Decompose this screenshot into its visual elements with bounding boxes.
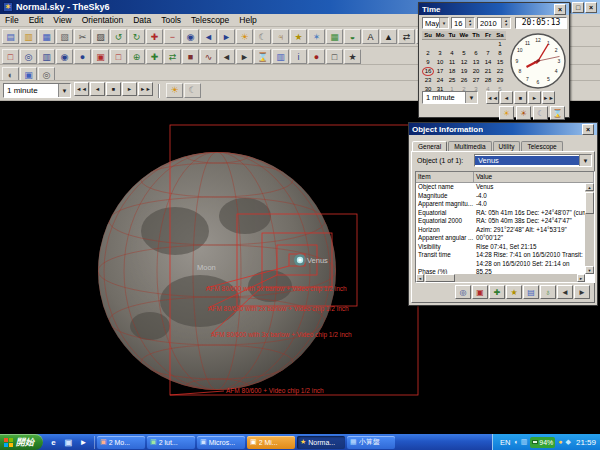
- taskbar-task[interactable]: ▣2 lut...: [147, 436, 195, 449]
- sunrise-icon[interactable]: ☀: [499, 106, 514, 120]
- full-screen-icon[interactable]: □: [326, 49, 343, 64]
- table-row[interactable]: Equatorial 2000RA: 05h 40m 38s Dec: +24°…: [416, 217, 585, 226]
- multimedia-icon[interactable]: ▤: [523, 285, 539, 299]
- jump-forward-button[interactable]: ►►: [542, 91, 555, 104]
- table-row[interactable]: VisibilityRise 07:41, Set 21:15: [416, 243, 585, 252]
- calendar-day[interactable]: [458, 40, 470, 49]
- slew-to-object-icon[interactable]: ✚: [489, 285, 505, 299]
- calendar-day[interactable]: 19: [458, 67, 470, 76]
- scroll-right-icon[interactable]: ►: [577, 274, 585, 282]
- link-telescope-icon[interactable]: ⊕: [128, 49, 145, 64]
- star-chart-icon[interactable]: ★: [290, 29, 307, 44]
- taskbar-task[interactable]: ▣2 Mi...: [247, 436, 295, 449]
- menu-help[interactable]: Help: [234, 15, 261, 25]
- taskbar-task[interactable]: ★Norma...: [297, 436, 345, 449]
- calendar-day[interactable]: [434, 40, 446, 49]
- calendar-day[interactable]: 21: [482, 67, 494, 76]
- add-observing-list-icon[interactable]: ★: [506, 285, 522, 299]
- calendar-day[interactable]: 13: [470, 58, 482, 67]
- previous-view-icon[interactable]: ◄: [200, 29, 217, 44]
- table-row[interactable]: Object nameVenus: [416, 183, 585, 192]
- labels-icon[interactable]: A: [362, 29, 379, 44]
- calendar-day[interactable]: 11: [446, 58, 458, 67]
- zoom-box-icon[interactable]: □: [2, 49, 19, 64]
- venus-label[interactable]: Venus: [307, 256, 328, 265]
- table-row[interactable]: Magnitude-4.0: [416, 192, 585, 201]
- calendar-day[interactable]: 26: [458, 76, 470, 85]
- zoom-in-icon[interactable]: ✚: [146, 29, 163, 44]
- moon-label[interactable]: Moon: [197, 263, 216, 272]
- night-vision-icon[interactable]: ●: [308, 49, 325, 64]
- vertical-scrollbar[interactable]: ▲ ▼: [585, 183, 594, 274]
- finder-view-icon[interactable]: ◉: [56, 49, 73, 64]
- scrollbar-thumb[interactable]: [585, 192, 594, 214]
- horizon-icon[interactable]: ◒: [344, 29, 361, 44]
- next-view-icon[interactable]: ►: [218, 29, 235, 44]
- scroll-up-icon[interactable]: ▲: [585, 183, 594, 191]
- object-info-titlebar[interactable]: Object Information ×: [409, 123, 597, 135]
- sunset-icon[interactable]: ☀: [516, 106, 531, 120]
- venus-marker[interactable]: [294, 254, 306, 266]
- calendar-day[interactable]: 6: [470, 49, 482, 58]
- media-player-icon[interactable]: ►: [77, 436, 90, 449]
- taskbar-task[interactable]: ▣Micros...: [197, 436, 245, 449]
- menu-orientation[interactable]: Orientation: [77, 15, 129, 25]
- park-telescope-icon[interactable]: ■: [182, 49, 199, 64]
- comet-icon[interactable]: ✶: [308, 29, 325, 44]
- tab-telescope[interactable]: Telescope: [521, 141, 562, 151]
- calendar-day[interactable]: [446, 40, 458, 49]
- close-button[interactable]: ×: [585, 2, 597, 13]
- copy-icon[interactable]: ▨: [92, 29, 109, 44]
- calendar-day[interactable]: [482, 40, 494, 49]
- step-back-button[interactable]: ◄: [90, 82, 105, 96]
- spinner-arrows-icon[interactable]: ▴▾: [465, 18, 474, 28]
- sun-icon[interactable]: ☀: [236, 29, 253, 44]
- moonrise-icon[interactable]: ☾: [533, 106, 548, 120]
- step-forward-button[interactable]: ►: [122, 82, 137, 96]
- options-icon[interactable]: ★: [344, 49, 361, 64]
- jump-forward-button[interactable]: ►►: [138, 82, 153, 96]
- chevron-down-icon[interactable]: ▾: [439, 18, 448, 28]
- stop-time-button[interactable]: ■: [514, 91, 527, 104]
- open-folder-icon[interactable]: ▥: [20, 29, 37, 44]
- column-value[interactable]: Value: [474, 172, 594, 182]
- ime-icon[interactable]: ◆: [566, 438, 571, 446]
- menu-edit[interactable]: Edit: [24, 15, 49, 25]
- hourglass-icon[interactable]: ⌛: [550, 106, 565, 120]
- frame-object-icon[interactable]: ▣: [472, 285, 488, 299]
- time-interval-select[interactable]: 1 minute ▼: [3, 83, 71, 98]
- language-indicator[interactable]: EN: [500, 438, 510, 447]
- undo-icon[interactable]: ↺: [110, 29, 127, 44]
- image-link-icon[interactable]: ▣: [20, 67, 37, 81]
- antivirus-icon[interactable]: ●: [558, 438, 562, 446]
- spinner-arrows-icon[interactable]: ▴▾: [501, 18, 510, 28]
- stop-time-button[interactable]: ■: [106, 82, 121, 96]
- sun-icon[interactable]: ☀: [166, 83, 183, 98]
- jump-back-button[interactable]: ◄◄: [486, 91, 499, 104]
- column-item[interactable]: Item: [416, 172, 474, 182]
- web-info-icon[interactable]: ♁: [540, 285, 556, 299]
- naked-eye-view-icon[interactable]: ◎: [20, 49, 37, 64]
- moon-icon[interactable]: ☾: [254, 29, 271, 44]
- previous-object-icon[interactable]: ◄: [557, 285, 573, 299]
- menu-data[interactable]: Data: [128, 15, 156, 25]
- step-forward-button[interactable]: ►: [528, 91, 541, 104]
- year-spinner[interactable]: 2010 ▴▾: [477, 17, 511, 29]
- menu-tools[interactable]: Tools: [156, 15, 186, 25]
- step-back-button[interactable]: ◄: [500, 91, 513, 104]
- start-button[interactable]: 開始: [0, 434, 43, 450]
- grid-icon[interactable]: ▦: [326, 29, 343, 44]
- telescope-view-icon[interactable]: ●: [74, 49, 91, 64]
- horizontal-scrollbar[interactable]: ◄ ►: [416, 274, 585, 282]
- sync-telescope-icon[interactable]: ⇄: [164, 49, 181, 64]
- calendar-day[interactable]: 1: [494, 40, 506, 49]
- fov-indicator-icon[interactable]: □: [110, 49, 127, 64]
- center-object-icon[interactable]: ◎: [455, 285, 471, 299]
- calendar-day[interactable]: 9: [422, 58, 434, 67]
- planet-icon[interactable]: ♃: [272, 29, 289, 44]
- slew-telescope-icon[interactable]: ✚: [146, 49, 163, 64]
- real-time-clock-icon[interactable]: ⌛: [254, 49, 271, 64]
- scroll-down-icon[interactable]: ▼: [585, 266, 594, 274]
- calendar-day[interactable]: 25: [446, 76, 458, 85]
- scrollbar-thumb[interactable]: [425, 274, 455, 282]
